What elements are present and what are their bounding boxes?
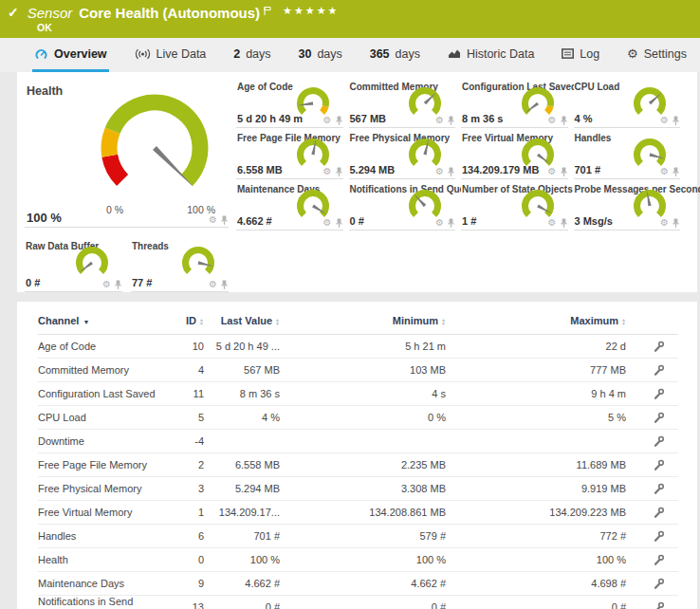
gear-icon[interactable]: ⚙ <box>548 218 557 228</box>
gear-icon[interactable]: ⚙ <box>435 116 444 125</box>
tab-overview[interactable]: Overview <box>32 38 109 72</box>
tile-actions: ⚙ <box>660 218 679 228</box>
pin-icon[interactable] <box>672 218 679 228</box>
gauge-tile-notifications-in-send-queue: Notifications in Send Queue 0 # ⚙ <box>349 182 456 231</box>
gear-icon[interactable]: ⚙ <box>660 167 669 176</box>
id-cell: 11 <box>161 388 204 399</box>
gear-icon[interactable]: ⚙ <box>323 116 332 125</box>
gear-icon[interactable]: ⚙ <box>209 215 217 225</box>
channel-settings-wrench-icon[interactable] <box>654 554 665 565</box>
health-gauge <box>79 89 221 201</box>
id-cell: 3 <box>161 483 204 494</box>
channel-settings-wrench-icon[interactable] <box>654 388 665 399</box>
pin-icon[interactable] <box>115 280 121 289</box>
table-row-downtime: Downtime -4 <box>38 430 678 453</box>
gear-icon[interactable]: ⚙ <box>323 218 332 228</box>
maximum-cell: 22 d <box>446 341 626 352</box>
tab-historic-data[interactable]: Historic Data <box>446 38 537 72</box>
tab-label: Overview <box>54 47 107 61</box>
tile-actions: ⚙ <box>323 167 342 176</box>
channel-cell: Age of Code <box>38 341 161 352</box>
gear-icon[interactable]: ⚙ <box>323 167 332 176</box>
id-cell: 4 <box>161 364 204 376</box>
gauge-tile-free-physical-memory: Free Physical Memory 5.294 MB ⚙ <box>349 131 456 179</box>
pin-icon[interactable] <box>672 116 679 125</box>
gauge-tile-handles: Handles 701 # ⚙ <box>574 131 681 179</box>
gauges-left-column: Health 0 % 100 % 100 % ⚙ Raw Data Buffer… <box>25 80 229 292</box>
pin-icon[interactable] <box>336 218 342 228</box>
tab-settings[interactable]: ⚙ Settings <box>625 38 689 72</box>
tab-label: Historic Data <box>467 47 535 61</box>
gauge-tile-free-virtual-memory: Free Virtual Memory 134.209.179 MB ⚙ <box>461 131 568 179</box>
gauge-value: 567 MB <box>350 113 387 124</box>
channel-cell: Maintenance Days <box>38 578 161 589</box>
tile-actions: ⚙ <box>435 116 454 125</box>
tab-live-data[interactable]: Live Data <box>133 38 209 72</box>
channel-cell: Health <box>38 554 161 565</box>
channel-settings-wrench-icon[interactable] <box>654 601 665 609</box>
channel-settings-wrench-icon[interactable] <box>654 578 665 589</box>
minimum-cell: 0 # <box>280 601 446 609</box>
pin-icon[interactable] <box>336 167 342 176</box>
tab-label: days <box>396 47 420 61</box>
maximum-cell: 9.919 MB <box>446 483 626 494</box>
tab-365-days[interactable]: 365 days <box>368 38 422 72</box>
tab-label: days <box>246 47 270 61</box>
gauge-value: 134.209.179 MB <box>462 164 539 175</box>
maximum-cell: 5 % <box>446 412 626 423</box>
gear-icon[interactable]: ⚙ <box>102 280 111 289</box>
channel-settings-wrench-icon[interactable] <box>654 507 665 518</box>
pin-icon[interactable] <box>448 167 454 176</box>
last-value-cell: 6.558 MB <box>204 459 280 471</box>
flag-icon[interactable] <box>264 2 271 18</box>
pin-icon[interactable] <box>561 218 567 228</box>
column-header-id[interactable]: ID▲▼ <box>161 315 204 326</box>
last-value-cell: 100 % <box>204 554 280 565</box>
channel-settings-wrench-icon[interactable] <box>654 341 665 352</box>
pin-icon[interactable] <box>448 116 454 125</box>
priority-stars[interactable]: ★★★★★ <box>283 3 339 19</box>
gear-icon[interactable]: ⚙ <box>548 167 557 176</box>
channel-settings-wrench-icon[interactable] <box>654 435 665 447</box>
gear-icon[interactable]: ⚙ <box>435 218 444 228</box>
channel-settings-wrench-icon[interactable] <box>654 364 665 376</box>
sensor-status-badge: OK <box>37 22 691 33</box>
gear-icon[interactable]: ⚙ <box>660 116 669 125</box>
gauge-title: Age of Code <box>237 82 293 92</box>
pin-icon[interactable] <box>336 116 342 125</box>
sort-desc-icon[interactable]: ▼ <box>83 319 89 325</box>
pin-icon[interactable] <box>561 116 567 125</box>
channel-settings-wrench-icon[interactable] <box>654 412 665 423</box>
channel-settings-wrench-icon[interactable] <box>654 530 665 542</box>
channel-settings-wrench-icon[interactable] <box>654 483 665 494</box>
gear-icon[interactable]: ⚙ <box>435 167 444 176</box>
tab-30-days[interactable]: 30 days <box>296 38 343 72</box>
gear-icon[interactable]: ⚙ <box>209 280 217 289</box>
column-header-last-value[interactable]: Last Value▲▼ <box>204 315 280 326</box>
tab-log[interactable]: Log <box>560 38 601 72</box>
pin-icon[interactable] <box>221 280 228 289</box>
id-cell: 9 <box>161 578 204 589</box>
gauge-value: 5 d 20 h 49 m <box>237 113 303 124</box>
id-cell: 13 <box>161 601 204 609</box>
tile-actions: ⚙ <box>323 218 342 228</box>
column-header-channel[interactable]: Channel▼ <box>38 315 161 326</box>
pin-icon[interactable] <box>561 167 567 176</box>
pin-icon[interactable] <box>221 215 228 225</box>
sort-toggle-icon[interactable]: ▲▼ <box>621 318 626 325</box>
column-header-minimum[interactable]: Minimum▲▼ <box>280 315 446 326</box>
maximum-cell: 777 MB <box>446 364 626 376</box>
pin-icon[interactable] <box>672 167 679 176</box>
tab-2-days[interactable]: 2 days <box>231 38 272 72</box>
maximum-cell: 772 # <box>446 530 626 542</box>
pin-icon[interactable] <box>448 218 454 228</box>
gear-icon[interactable]: ⚙ <box>548 116 557 125</box>
gauge-value: 1 # <box>462 215 476 227</box>
column-header-maximum[interactable]: Maximum▲▼ <box>446 315 626 326</box>
tab-label: Settings <box>644 47 687 61</box>
channel-settings-wrench-icon[interactable] <box>654 459 665 471</box>
table-row-notifications-in-send-queue: Notifications in Send Queue 13 0 # 0 # 0… <box>38 596 678 609</box>
gear-icon[interactable]: ⚙ <box>660 218 669 228</box>
last-value-cell: 701 # <box>204 530 280 542</box>
prtg-sensor-page: ✓ Sensor Core Health (Autonomous) ★★★★★ … <box>0 0 700 609</box>
